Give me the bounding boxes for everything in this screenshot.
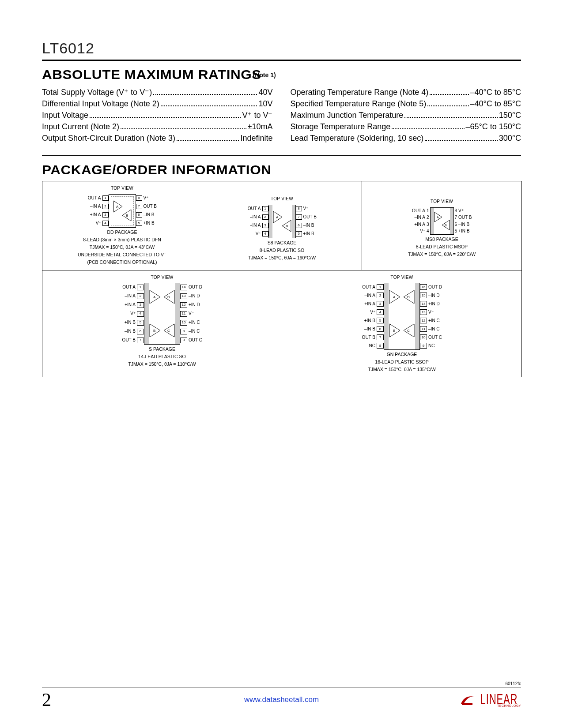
svg-text:D: D — [167, 295, 170, 299]
ratings-title: ABSOLUTE MAXIMUM RATINGS — [42, 67, 261, 82]
svg-text:A: A — [393, 295, 396, 299]
pkg-name: DD PACKAGE — [107, 229, 137, 235]
chip-body: A D B C — [144, 283, 180, 345]
package-cell-ms8: TOP VIEW OUT A–IN A+IN AV⁻ 1234 A B — [362, 181, 521, 270]
svg-text:B: B — [286, 224, 288, 228]
package-row-2: TOP VIEW OUT A–IN A+IN AV⁺+IN B–IN BOUT … — [42, 270, 521, 377]
opamp-icon: A B — [109, 195, 136, 227]
package-cell-s: TOP VIEW OUT A–IN A+IN AV⁺+IN B–IN BOUT … — [42, 270, 282, 377]
top-view-label: TOP VIEW — [271, 196, 293, 202]
logo-text: LINEAR — [480, 690, 518, 708]
pkg-therm: TJMAX = 150°C, θJA = 110°C/W — [128, 361, 196, 367]
chip-body: A B — [109, 194, 136, 228]
opamp-icon: A D B C — [384, 283, 419, 349]
linear-logo: LINEAR TECHNOLOGY — [460, 692, 521, 707]
pkg-name: MS8 PACKAGE — [425, 236, 458, 242]
svg-text:B: B — [393, 329, 395, 333]
part-number: LT6012 — [42, 40, 521, 57]
opamp-icon: A B — [431, 208, 453, 234]
svg-text:B: B — [126, 214, 128, 218]
pkg-name: S8 PACKAGE — [268, 240, 297, 246]
rating-row: Storage Temperature Range–65°C to 150°C — [291, 121, 521, 132]
opamp-icon: A B — [269, 205, 295, 238]
ratings-col-left: Total Supply Voltage (V⁺ to V⁻)40V Diffe… — [42, 86, 273, 144]
top-view-label: TOP VIEW — [391, 275, 413, 281]
lt-swoosh-icon — [460, 693, 475, 706]
pkg-desc: 16-LEAD PLASTIC SSOP — [375, 359, 428, 365]
package-row-1: TOP VIEW OUT A–IN A+IN AV⁻ 1234 A — [42, 181, 521, 270]
ratings-col-right: Operating Temperature Range (Note 4)–40°… — [291, 86, 521, 144]
pkg-desc: 8-LEAD PLASTIC MSOP — [416, 244, 468, 250]
pinout-diagram-s: OUT A–IN A+IN AV⁺+IN B–IN BOUT B 1234567… — [116, 283, 208, 345]
rating-row: Lead Temperature (Soldering, 10 sec)300°… — [291, 132, 521, 144]
pkg-desc: 8-LEAD (3mm × 3mm) PLASTIC DFN — [83, 237, 161, 243]
top-view-label: TOP VIEW — [111, 186, 133, 191]
opamp-icon: A D B C — [144, 283, 180, 344]
pkg-name: S PACKAGE — [149, 346, 175, 352]
rating-row: Maximum Junction Temperature150°C — [291, 109, 521, 121]
svg-text:C: C — [167, 329, 170, 333]
svg-text:B: B — [445, 224, 447, 227]
page-footer: 60112fc 2 www.datasheetall.com LINEAR TE… — [42, 681, 521, 710]
svg-text:D: D — [407, 295, 410, 299]
package-table: TOP VIEW OUT A–IN A+IN AV⁻ 1234 A — [42, 181, 522, 377]
svg-text:A: A — [437, 216, 439, 219]
ratings-table: Total Supply Voltage (V⁺ to V⁻)40V Diffe… — [42, 86, 521, 144]
svg-text:A: A — [153, 295, 156, 299]
rule-mid — [42, 155, 521, 156]
pkg-note: UNDERSIDE METAL CONNECTED TO V⁻ — [78, 252, 166, 258]
chip-body: A B — [430, 207, 454, 235]
package-cell-dd: TOP VIEW OUT A–IN A+IN AV⁻ 1234 A — [42, 181, 202, 270]
pkg-therm: TJMAX = 150°C, θJA = 190°C/W — [248, 255, 316, 261]
pinout-diagram-dd: OUT A–IN A+IN AV⁻ 1234 A B — [83, 194, 162, 228]
section-ratings-head: ABSOLUTE MAXIMUM RATINGS (Note 1) — [42, 67, 521, 82]
svg-text:C: C — [407, 329, 410, 333]
page-number: 2 — [42, 689, 51, 710]
rule-top — [42, 60, 521, 61]
svg-rect-28 — [462, 703, 472, 705]
section-package-head: PACKAGE/ORDER INFORMATION — [42, 162, 521, 177]
pkg-therm: TJMAX = 150°C, θJA = 220°C/W — [408, 251, 476, 257]
rating-row: Differential Input Voltage (Note 2)10V — [42, 98, 273, 109]
pinout-diagram-ms8: OUT A–IN A+IN AV⁻ 1234 A B — [407, 207, 477, 235]
chip-body: A D B C — [384, 283, 420, 350]
pkg-therm: TJMAX = 150°C, θJA = 43°C/W — [90, 244, 155, 250]
pkg-name: GN PACKAGE — [387, 352, 417, 357]
datasheet-page: LT6012 ABSOLUTE MAXIMUM RATINGS (Note 1)… — [0, 0, 563, 728]
svg-text:A: A — [116, 205, 119, 209]
rating-row: Input Current (Note 2)±10mA — [42, 121, 273, 132]
pkg-note: (PCB CONNECTION OPTIONAL) — [87, 259, 157, 265]
svg-text:A: A — [276, 215, 279, 219]
top-view-label: TOP VIEW — [431, 199, 453, 205]
top-view-label: TOP VIEW — [151, 275, 174, 281]
pkg-desc: 14-LEAD PLASTIC SO — [138, 354, 185, 360]
chip-body: A B — [268, 205, 296, 238]
package-title: PACKAGE/ORDER INFORMATION — [42, 162, 271, 177]
pkg-desc: 8-LEAD PLASTIC SO — [260, 248, 305, 253]
source-url: www.datasheetall.com — [244, 695, 319, 704]
pinout-diagram-s8: OUT A–IN A+IN AV⁻ 1234 A B — [242, 205, 322, 238]
package-cell-s8: TOP VIEW OUT A–IN A+IN AV⁻ 1234 A B — [202, 181, 362, 270]
package-cell-gn: TOP VIEW OUT A–IN A+IN AV⁺+IN B–IN BOUT … — [282, 270, 521, 377]
rating-row: Output Short-Circuit Duration (Note 3)In… — [42, 132, 273, 144]
svg-text:B: B — [153, 329, 155, 333]
pinout-diagram-gn: OUT A–IN A+IN AV⁺+IN B–IN BOUT BNC 12345… — [356, 283, 448, 350]
rating-row: Operating Temperature Range (Note 4)–40°… — [291, 86, 521, 98]
rating-row: Total Supply Voltage (V⁺ to V⁻)40V — [42, 86, 273, 98]
doc-code: 60112fc — [42, 681, 521, 687]
pkg-therm: TJMAX = 150°C, θJA = 135°C/W — [368, 367, 435, 372]
rating-row: Specified Temperature Range (Note 5)–40°… — [291, 98, 521, 109]
rating-row: Input VoltageV⁺ to V⁻ — [42, 109, 273, 121]
